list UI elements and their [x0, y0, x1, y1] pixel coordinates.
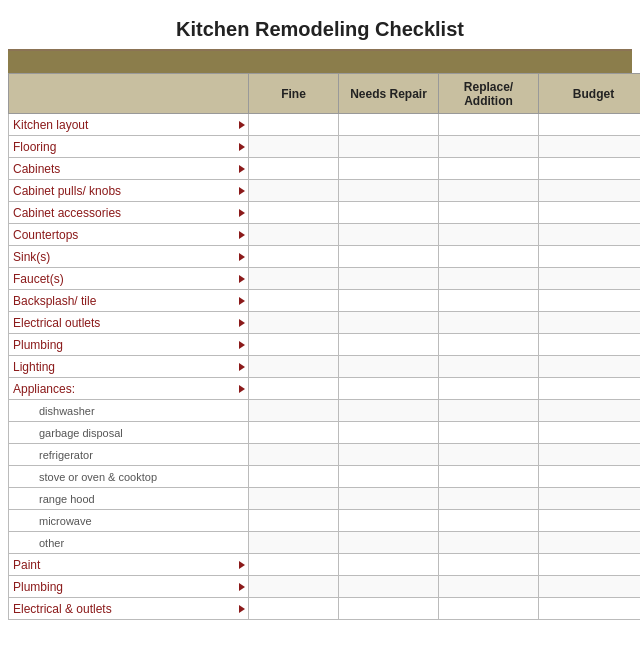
red-triangle-icon	[239, 341, 245, 349]
item-cell: Plumbing	[9, 576, 249, 598]
data-cell	[339, 444, 439, 466]
table-row: Electrical & outlets	[9, 598, 641, 620]
table-row: Flooring	[9, 136, 641, 158]
data-cell	[439, 510, 539, 532]
table-row: Countertops	[9, 224, 641, 246]
item-cell: Faucet(s)	[9, 268, 249, 290]
item-cell: Cabinet accessories	[9, 202, 249, 224]
data-cell	[249, 554, 339, 576]
col-header-repair: Needs Repair	[339, 74, 439, 114]
data-cell	[539, 554, 641, 576]
data-cell	[439, 246, 539, 268]
data-cell	[539, 598, 641, 620]
data-cell	[249, 466, 339, 488]
red-triangle-icon	[239, 385, 245, 393]
data-cell	[439, 422, 539, 444]
data-cell	[439, 312, 539, 334]
data-cell	[339, 554, 439, 576]
data-cell	[339, 378, 439, 400]
red-triangle-icon	[239, 187, 245, 195]
table-row: Faucet(s)	[9, 268, 641, 290]
red-triangle-icon	[239, 583, 245, 591]
data-cell	[439, 356, 539, 378]
data-cell	[339, 246, 439, 268]
table-row: Backsplash/ tile	[9, 290, 641, 312]
data-cell	[539, 576, 641, 598]
data-cell	[249, 576, 339, 598]
checklist-table: Fine Needs Repair Replace/ Addition Budg…	[8, 73, 640, 620]
data-cell	[539, 378, 641, 400]
data-cell	[339, 422, 439, 444]
table-row: Sink(s)	[9, 246, 641, 268]
table-row: Paint	[9, 554, 641, 576]
red-triangle-icon	[239, 143, 245, 151]
data-cell	[249, 422, 339, 444]
item-cell: refrigerator	[9, 444, 249, 466]
data-cell	[339, 268, 439, 290]
col-header-item	[9, 74, 249, 114]
data-cell	[539, 312, 641, 334]
item-cell: Paint	[9, 554, 249, 576]
data-cell	[539, 290, 641, 312]
data-cell	[249, 268, 339, 290]
data-cell	[439, 202, 539, 224]
data-cell	[439, 488, 539, 510]
data-cell	[539, 114, 641, 136]
data-cell	[439, 576, 539, 598]
data-cell	[539, 444, 641, 466]
data-cell	[249, 356, 339, 378]
data-cell	[439, 180, 539, 202]
table-row: Electrical outlets	[9, 312, 641, 334]
data-cell	[339, 334, 439, 356]
data-cell	[439, 114, 539, 136]
data-cell	[539, 180, 641, 202]
data-cell	[339, 290, 439, 312]
item-cell: microwave	[9, 510, 249, 532]
data-cell	[439, 598, 539, 620]
data-cell	[539, 356, 641, 378]
item-cell: Lighting	[9, 356, 249, 378]
item-cell: other	[9, 532, 249, 554]
table-row: Plumbing	[9, 576, 641, 598]
item-cell: Electrical & outlets	[9, 598, 249, 620]
data-cell	[439, 290, 539, 312]
table-body: Kitchen layoutFlooringCabinetsCabinet pu…	[9, 114, 641, 620]
table-row: Cabinets	[9, 158, 641, 180]
olive-bar	[8, 51, 632, 73]
data-cell	[249, 158, 339, 180]
col-header-budget: Budget	[539, 74, 641, 114]
data-cell	[539, 488, 641, 510]
red-triangle-icon	[239, 319, 245, 327]
data-cell	[249, 598, 339, 620]
col-header-fine: Fine	[249, 74, 339, 114]
data-cell	[339, 466, 439, 488]
data-cell	[339, 136, 439, 158]
table-row: Appliances:	[9, 378, 641, 400]
item-cell: Appliances:	[9, 378, 249, 400]
data-cell	[339, 510, 439, 532]
table-header: Fine Needs Repair Replace/ Addition Budg…	[9, 74, 641, 114]
red-triangle-icon	[239, 121, 245, 129]
data-cell	[249, 180, 339, 202]
data-cell	[339, 180, 439, 202]
data-cell	[339, 576, 439, 598]
data-cell	[439, 378, 539, 400]
data-cell	[249, 202, 339, 224]
red-triangle-icon	[239, 165, 245, 173]
data-cell	[249, 290, 339, 312]
red-triangle-icon	[239, 297, 245, 305]
data-cell	[339, 158, 439, 180]
red-triangle-icon	[239, 275, 245, 283]
data-cell	[539, 202, 641, 224]
data-cell	[249, 224, 339, 246]
data-cell	[339, 312, 439, 334]
red-triangle-icon	[239, 605, 245, 613]
table-row: refrigerator	[9, 444, 641, 466]
data-cell	[539, 466, 641, 488]
data-cell	[439, 532, 539, 554]
item-cell: Kitchen layout	[9, 114, 249, 136]
data-cell	[439, 554, 539, 576]
item-cell: range hood	[9, 488, 249, 510]
data-cell	[439, 224, 539, 246]
item-cell: Electrical outlets	[9, 312, 249, 334]
